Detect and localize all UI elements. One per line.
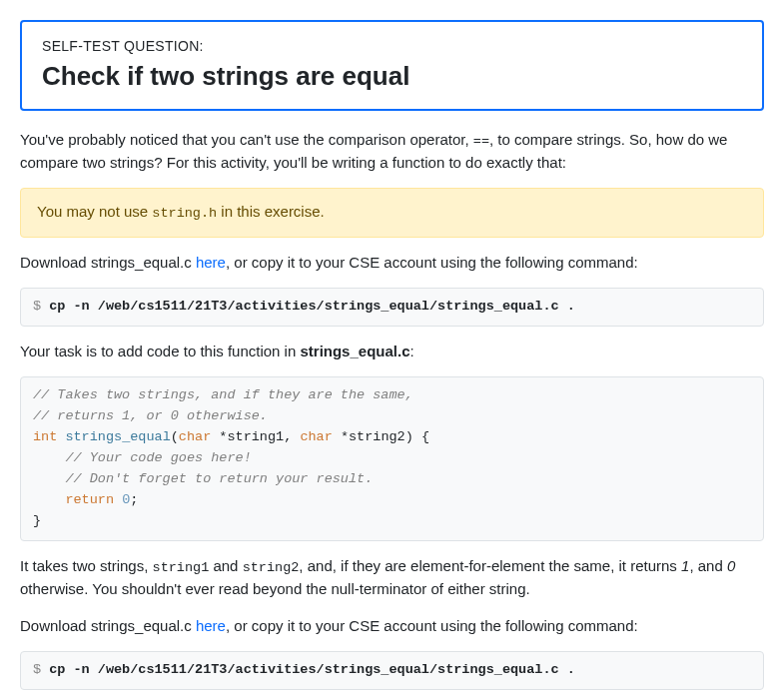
code-keyword-return: return [65, 492, 114, 507]
download-text-b-2: , or copy it to your CSE account using t… [226, 617, 638, 634]
code-return-space [114, 492, 122, 507]
code-keyword-char1: char [179, 429, 211, 444]
explain-c: , and, if they are element-for-element t… [299, 557, 681, 574]
intro-paragraph: You've probably noticed that you can't u… [20, 129, 764, 175]
download-paragraph-2: Download strings_equal.c here, or copy i… [20, 615, 764, 638]
code-function-name: strings_equal [65, 429, 170, 444]
download-link-1[interactable]: here [196, 254, 226, 271]
cp-command-text-2: cp -n /web/cs1511/21T3/activities/string… [49, 662, 575, 677]
code-close-brace: } [33, 513, 41, 528]
code-arg1: *string1, [211, 429, 300, 444]
code-comment-2: // returns 1, or 0 otherwise. [33, 408, 268, 423]
task-filename: strings_equal.c [300, 343, 409, 359]
code-return-indent [33, 492, 65, 507]
cp-command-block-1: $ cp -n /web/cs1511/21T3/activities/stri… [20, 288, 764, 327]
string1-code: string1 [153, 560, 210, 575]
download-link-2[interactable]: here [196, 617, 226, 634]
task-paragraph-1: Your task is to add code to this functio… [20, 341, 764, 363]
explain-b: and [209, 557, 242, 574]
intro-text-a: You've probably noticed that you can't u… [20, 131, 473, 148]
code-comment-3: // Your code goes here! [33, 450, 252, 465]
warning-text-b: in this exercise. [217, 203, 325, 220]
download-paragraph-1: Download strings_equal.c here, or copy i… [20, 252, 764, 275]
warning-alert: You may not use string.h in this exercis… [20, 188, 764, 237]
self-test-header-box: SELF-TEST QUESTION: Check if two strings… [20, 20, 764, 111]
code-block-1: // Takes two strings, and if they are th… [20, 376, 764, 540]
cp-command-block-2: $ cp -n /web/cs1511/21T3/activities/stri… [20, 651, 764, 690]
string-h-code: string.h [152, 206, 217, 221]
explanation-paragraph: It takes two strings, string1 and string… [20, 555, 764, 601]
warning-text-a: You may not use [37, 203, 152, 220]
code-paren-open: ( [171, 429, 179, 444]
cp-command-text: cp -n /web/cs1511/21T3/activities/string… [49, 299, 575, 314]
shell-prompt: $ [33, 299, 49, 314]
task-text-a: Your task is to add code to this functio… [20, 343, 300, 359]
self-test-title: Check if two strings are equal [42, 60, 742, 93]
explain-d: , and [689, 557, 727, 574]
explain-e: otherwise. You shouldn't ever read beyon… [20, 580, 530, 597]
explain-a: It takes two strings, [20, 557, 153, 574]
code-keyword-char2: char [300, 429, 332, 444]
download-text-b: , or copy it to your CSE account using t… [226, 254, 638, 271]
self-test-label: SELF-TEST QUESTION: [42, 36, 742, 57]
code-comment-1: // Takes two strings, and if they are th… [33, 387, 413, 402]
download-text-a: Download strings_equal.c [20, 254, 196, 271]
code-arg2: *string2) { [333, 429, 429, 444]
code-keyword-int: int [33, 429, 57, 444]
equality-operator-code: == [473, 134, 489, 149]
string2-code: string2 [243, 560, 300, 575]
code-return-semi: ; [130, 492, 138, 507]
code-comment-4: // Don't forget to return your result. [33, 471, 373, 486]
download-text-a-2: Download strings_equal.c [20, 617, 196, 634]
task-text-b: : [410, 343, 414, 359]
return-zero: 0 [727, 557, 735, 574]
shell-prompt-2: $ [33, 662, 49, 677]
